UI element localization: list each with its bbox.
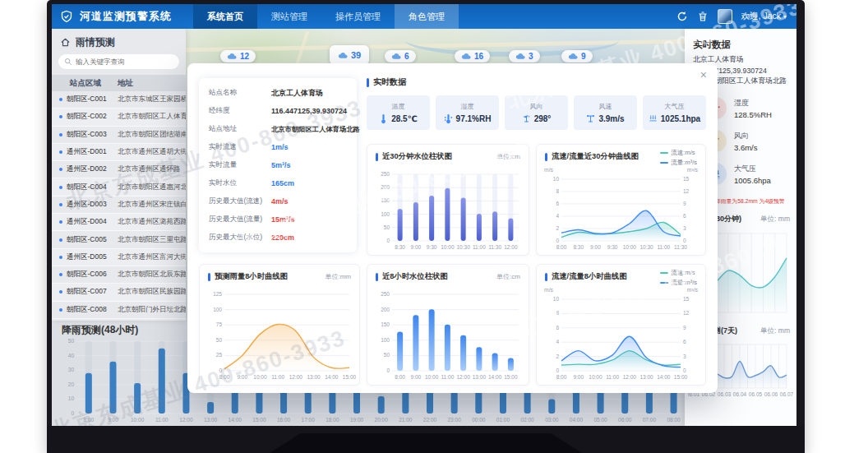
axis-unit-right: m³/s (687, 167, 698, 173)
avatar[interactable] (718, 9, 732, 24)
station-area: 通州区-D005 (67, 252, 118, 262)
station-address: 北京市通州区通胡大街 (118, 147, 186, 157)
table-row[interactable]: 朝阳区-C003北京市朝阳区团结湖南里 (52, 127, 186, 144)
station-search[interactable] (58, 54, 179, 69)
svg-text:10:00: 10:00 (589, 374, 603, 380)
svg-text:9:00: 9:00 (590, 244, 601, 250)
station-address: 北京市朝阳区通惠河北路 (118, 183, 186, 192)
table-row[interactable]: 朝阳区-C005北京市朝阳区三里屯路 (52, 231, 186, 248)
svg-text:10:00: 10:00 (623, 244, 637, 250)
svg-text:50: 50 (384, 224, 390, 230)
map-weather-marker[interactable]: 9 (561, 50, 593, 62)
svg-text:30: 30 (68, 367, 75, 372)
nav-operator-mgmt[interactable]: 操作员管理 (321, 4, 395, 29)
trash-icon[interactable] (697, 11, 709, 22)
svg-text:19:00: 19:00 (350, 417, 364, 423)
svg-text:0: 0 (219, 367, 222, 373)
svg-text:17:00: 17:00 (302, 417, 316, 423)
svg-text:3: 3 (683, 354, 686, 359)
table-row[interactable]: 通州区-D001北京市通州区通胡大街 (52, 144, 186, 161)
svg-text:4: 4 (556, 213, 559, 219)
svg-text:75: 75 (216, 321, 223, 327)
legend: 流速:m/s 流量:m³/s (660, 149, 697, 167)
station-list: 朝阳区-C001北京市东城区王家园桥 朝阳区-C002北京市朝阳区工人体育场 朝… (52, 91, 186, 319)
svg-text:50: 50 (384, 352, 390, 358)
marker-value: 39 (351, 50, 361, 60)
card-wind-direction: 风向 298° (505, 95, 568, 130)
svg-text:8:00: 8:00 (219, 374, 230, 380)
chart-card-wl30: 近30分钟水位柱状图 单位:cm 0501001502002508:309:00… (367, 144, 529, 256)
metric-label: 湿度 (734, 98, 772, 109)
svg-text:20: 20 (68, 381, 75, 387)
station-address: 北京市东城区王家园桥 (118, 95, 186, 104)
info-value: 116.447125,39.930724 (271, 107, 347, 115)
svg-text:12: 12 (683, 188, 690, 194)
svg-text:11:00: 11:00 (473, 244, 486, 250)
station-area: 通州区-D004 (67, 217, 118, 227)
svg-text:11:30: 11:30 (674, 244, 687, 250)
flow8-chart: 0023466981210158:009:0010:0011:0012:0013… (540, 294, 702, 381)
svg-text:2: 2 (556, 354, 559, 359)
svg-text:9:00: 9:00 (411, 374, 422, 380)
table-row[interactable]: 朝阳区-C006北京市朝阳区北辰东路 (52, 266, 186, 284)
monitor-chin (47, 426, 805, 453)
svg-text:15:00: 15:00 (504, 374, 518, 380)
wind-speed-icon (586, 113, 595, 124)
station-area: 朝阳区-C006 (67, 270, 118, 280)
table-row[interactable]: 朝阳区-C001北京市东城区王家园桥 (52, 91, 186, 109)
svg-text:13:00: 13:00 (473, 374, 487, 380)
table-row[interactable]: 通州区-D002北京市通州区通怀路 (52, 161, 186, 178)
refresh-icon[interactable] (676, 11, 688, 22)
card-pressure: 大气压 1025.1hpa (643, 95, 706, 130)
svg-text:07:00: 07:00 (643, 417, 657, 423)
table-row[interactable]: 通州区-D003北京市通州区宋庄镇白庙 (52, 196, 186, 214)
info-label: 实时流速 (199, 142, 271, 152)
map-weather-marker-selected[interactable]: 39 (330, 45, 369, 65)
map-weather-marker[interactable]: 6 (385, 50, 416, 62)
welcome-text: 欢迎, Jack (741, 11, 781, 22)
svg-text:06.03: 06.03 (718, 391, 732, 397)
svg-text:8:00: 8:00 (395, 374, 405, 380)
status-dot (59, 168, 62, 171)
status-dot (59, 308, 62, 312)
table-row[interactable]: 朝阳区-C008北京朝阳门外日坛北路 (52, 302, 186, 319)
svg-text:6: 6 (556, 201, 559, 206)
table-row[interactable]: 通州区-D004北京市通州区潞苑西路 (52, 214, 186, 231)
top-navbar: 河道监测预警系统 系统首页 测站管理 操作员管理 角色管理 欢迎, Jack ▾ (52, 4, 796, 29)
chart-card-flow30: 流速/流量近30分钟曲线图 流速:m/s 流量:m³/s m/s m³/s 00… (536, 144, 706, 256)
table-row[interactable]: 朝阳区-C004北京市朝阳区通惠河北路 (52, 178, 186, 196)
nav-role-mgmt[interactable]: 角色管理 (395, 4, 459, 29)
map-weather-marker[interactable]: 12 (220, 50, 256, 62)
svg-text:20:00: 20:00 (375, 417, 389, 423)
svg-text:05:00: 05:00 (593, 417, 607, 423)
svg-text:06:00: 06:00 (618, 417, 632, 423)
nav-home[interactable]: 系统首页 (193, 4, 257, 29)
svg-text:150: 150 (381, 197, 390, 203)
svg-text:14:00: 14:00 (229, 417, 242, 423)
table-row[interactable]: 通州区-D005北京市通州区富河大街 (52, 249, 186, 266)
rain-cloud-icon (391, 53, 402, 60)
svg-text:100: 100 (381, 211, 390, 217)
table-row[interactable]: 朝阳区-C002北京市朝阳区工人体育场 (52, 109, 186, 126)
navbar-right: 欢迎, Jack ▾ (676, 9, 787, 24)
metric-value: 128.5%RH (734, 110, 772, 119)
svg-text:12:00: 12:00 (179, 417, 193, 423)
status-dot (59, 256, 62, 259)
nav-station-mgmt[interactable]: 测站管理 (257, 4, 321, 29)
map-weather-marker[interactable]: 3 (509, 50, 540, 62)
search-input[interactable] (76, 58, 173, 66)
svg-text:8:30: 8:30 (395, 244, 405, 250)
svg-text:8:00: 8:00 (556, 244, 567, 250)
svg-text:0: 0 (556, 367, 559, 373)
user-menu[interactable]: 欢迎, Jack ▾ (741, 11, 787, 22)
table-row[interactable]: 朝阳区-C007北京市朝阳区民族园路 (52, 284, 186, 301)
svg-text:50: 50 (68, 338, 75, 344)
svg-text:150: 150 (381, 321, 390, 327)
map-weather-marker[interactable]: 16 (455, 50, 490, 62)
status-dot (59, 98, 62, 101)
svg-text:12: 12 (683, 310, 690, 316)
svg-text:11:00: 11:00 (271, 374, 284, 380)
svg-text:0: 0 (386, 238, 390, 243)
chart-card-rain8: 预测雨量8小时曲线图 单位:mm 02550751001258:009:0010… (199, 264, 360, 386)
marker-value: 16 (474, 52, 483, 61)
